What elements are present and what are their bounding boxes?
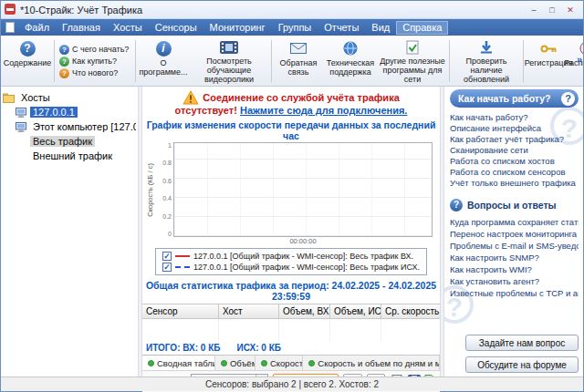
- download-icon: [479, 40, 494, 55]
- checklist-icon: [406, 40, 419, 55]
- tab-speed[interactable]: Скорость: [256, 356, 303, 370]
- menu-hosts[interactable]: Хосты: [107, 21, 149, 35]
- videos-button[interactable]: Посмотреть обучающие видеоролики: [189, 37, 269, 85]
- x-axis-tick: 00:00:00: [144, 237, 433, 246]
- menu-file[interactable]: Файл: [18, 21, 56, 35]
- tree-item-label: Хосты: [18, 92, 53, 103]
- help-link[interactable]: Работа со списком сенсоров: [450, 167, 579, 178]
- question-icon: [59, 57, 69, 67]
- contents-button[interactable]: Содержание: [3, 37, 52, 85]
- green-dot-icon: [221, 360, 227, 366]
- connect-link[interactable]: Нажмите сюда для подключения.: [240, 105, 407, 116]
- status-text: Сенсоров: выбрано 2 | всего 2. Хостов: 2: [205, 379, 379, 389]
- computer-icon: [16, 122, 26, 132]
- maximize-button[interactable]: [543, 3, 561, 16]
- about-button[interactable]: О программе...: [138, 37, 189, 85]
- tree-item-label: Внешний трафик: [30, 150, 115, 161]
- tree-item-label: Этот компьютер [127.0.0.1]: [30, 121, 136, 132]
- contents-label: Содержание: [4, 58, 52, 67]
- speed-chart: Скорость (КБ / с) 1 0.8 0.6 0.4 0.2 0 00…: [142, 142, 440, 246]
- connection-alert[interactable]: Соединение со службой учёта трафика отсу…: [142, 87, 440, 118]
- menu-sensors[interactable]: Сенсоры: [149, 21, 203, 35]
- chart-plot-area: [173, 142, 433, 237]
- help-link[interactable]: Как настроить WMI?: [450, 263, 579, 275]
- column-header-avg-speed-in[interactable]: Ср. скорость, ВХ: [381, 304, 440, 319]
- minimize-button[interactable]: [525, 3, 543, 16]
- faq-header: Вопросы и ответы: [450, 199, 579, 211]
- tab-speed-volume-by-days[interactable]: Скорость и объем по дням и месяцам: [303, 356, 440, 370]
- document-icon[interactable]: [5, 22, 15, 33]
- toolbar: Содержание С чего начать? Как купить? Чт…: [1, 36, 583, 87]
- other-tools-button[interactable]: Другие полезные программы для сети: [378, 37, 447, 85]
- help-link[interactable]: Как настроить SNMP?: [450, 252, 579, 263]
- menu-reports[interactable]: Отчеты: [318, 21, 365, 35]
- tree-item-external-traffic[interactable]: Внешний трафик: [3, 149, 136, 163]
- tab-volume[interactable]: Объём: [215, 356, 256, 370]
- help-link[interactable]: Перенос настроек мониторинга на другой П…: [450, 228, 579, 240]
- titlebar: *10-Страйк: Учёт Трафика: [1, 1, 583, 19]
- folder-icon: [3, 93, 15, 103]
- help-link[interactable]: Известные проблемы с TCP и агентом: [450, 287, 579, 299]
- envelope-icon: [290, 40, 307, 57]
- getting-started-button[interactable]: С чего начать?: [59, 45, 130, 55]
- tab-summary-table[interactable]: Сводная таблица: [142, 355, 215, 370]
- help-link[interactable]: Как установить агент?: [450, 275, 579, 287]
- check-updates-button[interactable]: Проверить наличие обновлений: [452, 37, 521, 85]
- videos-label: Посмотреть обучающие видеоролики: [190, 57, 268, 84]
- help-link[interactable]: Работа со списком хостов: [450, 156, 579, 167]
- forum-button[interactable]: Обсудите на форуме: [465, 356, 579, 373]
- stats-table-body[interactable]: [142, 319, 440, 341]
- help-link[interactable]: Как начать работу?: [450, 112, 579, 123]
- help-link[interactable]: Куда программа сохраняет статистику: [450, 216, 579, 228]
- series-line-sample: [175, 266, 190, 268]
- ask-question-button[interactable]: Задайте нам вопрос: [465, 335, 579, 351]
- legend-label: 127.0.0.1 [Общий трафик - WMI-сенсор]: В…: [193, 252, 413, 261]
- y-tick: 0.4: [155, 195, 172, 201]
- toolbar-overflow-chevron-icon[interactable]: [577, 54, 582, 65]
- hosts-tree: Хосты 127.0.0.1 Этот компьютер [127.0.0.…: [1, 87, 138, 377]
- help-link[interactable]: Описание интерфейса: [450, 123, 579, 134]
- y-tick: 0: [155, 231, 172, 237]
- tree-item-this-computer[interactable]: Этот компьютер [127.0.0.1]: [3, 119, 136, 134]
- column-header-host[interactable]: Хост: [219, 304, 279, 319]
- warning-icon: [182, 90, 199, 105]
- y-tick: 0.8: [155, 160, 172, 166]
- faq-links: Куда программа сохраняет статистику Пере…: [450, 216, 579, 299]
- column-header-sensor[interactable]: Сенсор: [142, 304, 219, 319]
- toolbar-separator: [135, 40, 136, 82]
- app-window: *10-Страйк: Учёт Трафика Файл Главная Хо…: [0, 0, 584, 392]
- other-tools-label: Другие полезные программы для сети: [379, 57, 446, 84]
- tree-item-all-traffic[interactable]: Весь трафик: [3, 134, 136, 149]
- help-link[interactable]: Как работает учёт трафика?: [450, 134, 579, 145]
- getting-started-header[interactable]: Как начать работу?: [450, 89, 579, 108]
- app-icon: [5, 4, 16, 16]
- tab-label: Сводная таблица: [157, 358, 215, 368]
- menu-view[interactable]: Вид: [365, 21, 396, 35]
- tree-item-host[interactable]: 127.0.0.1: [3, 105, 136, 119]
- column-header-volume-in[interactable]: Объем, ВХ.: [279, 304, 330, 319]
- menu-groups[interactable]: Группы: [272, 21, 318, 35]
- tree-item-hosts-root[interactable]: Хосты: [3, 90, 136, 105]
- menu-home[interactable]: Главная: [56, 21, 107, 35]
- info-circle-icon: [156, 41, 172, 57]
- series-checkbox[interactable]: [162, 263, 172, 272]
- close-button[interactable]: [561, 3, 579, 16]
- whats-new-button[interactable]: Что нового?: [59, 68, 130, 78]
- feedback-button[interactable]: Обратная связь: [274, 37, 323, 85]
- help-link[interactable]: Сканирование сети: [450, 145, 579, 156]
- menu-monitoring[interactable]: Мониторинг: [203, 21, 272, 35]
- tree-item-label: Весь трафик: [30, 136, 95, 147]
- total-in: ИТОГО: ВХ: 0 КБ: [146, 343, 221, 353]
- help-link[interactable]: Учёт только внешнего трафика: [450, 178, 579, 189]
- help-link[interactable]: Проблемы с E-mail и SMS-уведомлениями: [450, 240, 579, 252]
- how-to-buy-label: Как купить?: [72, 57, 117, 66]
- column-header-volume-out[interactable]: Объем, ИСХ.: [330, 304, 381, 319]
- y-tick: 0.6: [155, 178, 172, 184]
- how-to-buy-button[interactable]: Как купить?: [59, 57, 130, 67]
- series-checkbox[interactable]: [162, 252, 172, 261]
- green-dot-icon: [261, 360, 267, 366]
- support-label: Техническая поддержка: [324, 58, 377, 77]
- menu-help[interactable]: Справка: [396, 21, 448, 35]
- support-button[interactable]: Техническая поддержка: [323, 37, 378, 85]
- question-circle-icon: [20, 41, 36, 57]
